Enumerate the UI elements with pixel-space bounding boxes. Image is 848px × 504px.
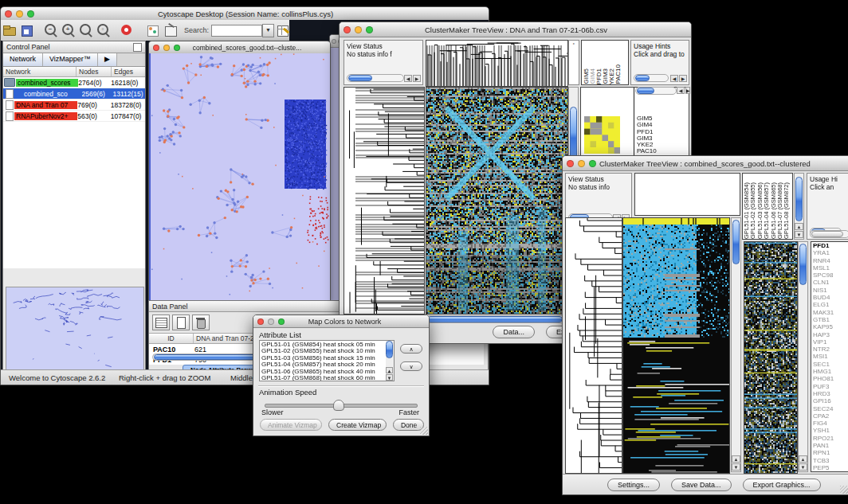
- gene-label[interactable]: ELG1: [813, 301, 848, 308]
- row-label[interactable]: PAC10: [637, 148, 657, 154]
- treeview2-titlebar[interactable]: ClusterMaker TreeView : combined_scores_…: [563, 156, 848, 171]
- tv2-zoom-heatmap[interactable]: [744, 241, 798, 474]
- gene-label[interactable]: PHO81: [813, 375, 848, 382]
- close-icon[interactable]: [344, 26, 351, 33]
- data-col-id[interactable]: ID: [149, 334, 194, 343]
- scroll-down-icon[interactable]: ▼: [799, 463, 807, 471]
- column-label[interactable]: YKE2: [609, 68, 614, 84]
- scroll-left-icon[interactable]: ◀: [670, 75, 678, 82]
- gene-label[interactable]: NIS1: [813, 287, 848, 294]
- attribute-select-icon[interactable]: [152, 315, 170, 330]
- tv1-hints-scrollbar[interactable]: [634, 74, 669, 82]
- new-attribute-icon[interactable]: [172, 315, 190, 330]
- scroll-up-icon[interactable]: ▲: [799, 455, 807, 463]
- col-header-edges[interactable]: Edges: [112, 67, 145, 76]
- slider-thumb[interactable]: [333, 400, 344, 411]
- close-icon[interactable]: [567, 160, 574, 167]
- column-label[interactable]: GIM5: [583, 68, 589, 84]
- gene-label[interactable]: HRD3: [813, 390, 848, 397]
- scroll-down-icon[interactable]: ▼: [795, 231, 803, 238]
- move-down-button[interactable]: ∨: [400, 361, 422, 371]
- column-label[interactable]: GPL51-04 (GSM857): [764, 182, 770, 239]
- zoom-window-icon[interactable]: [366, 26, 373, 33]
- tv2-genes-vscrollbar[interactable]: ▲ ▼: [798, 241, 808, 472]
- minimize-icon[interactable]: [268, 318, 274, 325]
- gene-label[interactable]: CPA2: [813, 412, 848, 420]
- gene-label[interactable]: FIG4: [813, 420, 848, 427]
- scroll-down-icon[interactable]: ▼: [386, 374, 393, 381]
- scroll-up-icon[interactable]: ▲: [795, 223, 803, 230]
- attribute-list-scrollbar[interactable]: ▲ ▼: [386, 341, 394, 381]
- tv2-genes-hscrollbar[interactable]: [810, 230, 848, 238]
- close-icon[interactable]: [5, 10, 12, 18]
- gene-label[interactable]: HAP3: [813, 331, 848, 338]
- zoom-window-icon[interactable]: [27, 10, 34, 18]
- main-titlebar[interactable]: Cytoscape Desktop (Session Name: collins…: [1, 7, 489, 21]
- tab[interactable]: VizMapper™: [43, 53, 98, 66]
- resize-grip[interactable]: [420, 427, 428, 435]
- zoom-in-icon[interactable]: +: [61, 23, 77, 37]
- network-view-titlebar[interactable]: combined_scores_good.txt--cluste...: [149, 41, 330, 54]
- dialog-titlebar[interactable]: Map Colors to Network: [253, 315, 429, 328]
- tab[interactable]: Network: [3, 53, 43, 66]
- search-input[interactable]: [211, 25, 262, 37]
- scroll-up-icon[interactable]: ▲: [386, 367, 393, 373]
- tv2-action-button[interactable]: Export Graphics...: [743, 479, 821, 491]
- zoom-window-icon[interactable]: [589, 160, 596, 167]
- tv2-labels-vscrollbar[interactable]: ▲ ▼: [794, 173, 804, 240]
- search-dropdown-arrow-icon[interactable]: ▼: [262, 24, 274, 37]
- gene-label[interactable]: SPC98: [813, 272, 848, 279]
- gene-label[interactable]: HMG1: [813, 368, 848, 375]
- close-icon[interactable]: [332, 39, 336, 44]
- tab[interactable]: ▶: [98, 53, 117, 66]
- tv2-heatmap[interactable]: [622, 217, 730, 474]
- minimize-icon[interactable]: [355, 26, 362, 33]
- zoom-fit-icon[interactable]: [78, 23, 94, 37]
- col-header-network[interactable]: Network: [3, 67, 77, 76]
- help-ring-icon[interactable]: [120, 23, 135, 37]
- network-row[interactable]: combined_scores 2764(0) 16218(0): [3, 77, 145, 88]
- tv1-action-button[interactable]: Data...: [493, 326, 535, 338]
- zoom-window-icon[interactable]: [174, 45, 180, 51]
- tv2-row-dendrogram[interactable]: [565, 217, 622, 474]
- gene-label[interactable]: PAN1: [813, 442, 848, 449]
- tv1-heatmap[interactable]: [426, 87, 568, 315]
- animation-speed-slider[interactable]: [265, 400, 416, 409]
- zoom-out-icon[interactable]: −: [43, 23, 59, 37]
- gene-label[interactable]: SEC1: [813, 361, 848, 368]
- scroll-left-icon[interactable]: ◀: [404, 75, 412, 82]
- gene-label[interactable]: GPI16: [813, 397, 848, 404]
- tv2-action-button[interactable]: Settings...: [607, 479, 660, 491]
- resize-grip[interactable]: [840, 486, 848, 494]
- gene-label[interactable]: PUF3: [813, 383, 848, 390]
- gene-label[interactable]: KAP95: [813, 323, 848, 330]
- gene-label[interactable]: BUD4: [813, 294, 848, 301]
- tv1-row-dendrogram[interactable]: [344, 87, 425, 315]
- gene-label[interactable]: MSI1: [813, 353, 848, 360]
- gene-label[interactable]: VIP1: [813, 338, 848, 346]
- close-icon[interactable]: [257, 318, 264, 325]
- tv1-mini-matrix[interactable]: [584, 116, 620, 154]
- tv2-vscrollbar[interactable]: ▲ ▼: [731, 217, 741, 472]
- gene-label[interactable]: SEC24: [813, 405, 848, 412]
- network-canvas[interactable]: [149, 53, 330, 300]
- dialog-button[interactable]: Create Vizmap: [328, 419, 387, 431]
- dialog-button[interactable]: Animate Vizmap: [260, 419, 322, 431]
- minimize-icon[interactable]: [16, 10, 23, 18]
- tv1-hscrollbar[interactable]: [426, 315, 567, 323]
- attribute-item[interactable]: GPL51-07 (GSM868) heat shock 60 min: [261, 375, 392, 381]
- column-label[interactable]: GIM3: [603, 68, 608, 84]
- birdseye-view[interactable]: [6, 287, 144, 373]
- column-label[interactable]: GPL51-08 (GSM872): [783, 182, 790, 239]
- gene-label[interactable]: MON2: [813, 471, 848, 472]
- tv1-summary-hscrollbar[interactable]: [635, 87, 677, 95]
- tv2-action-button[interactable]: Save Data...: [671, 479, 732, 491]
- float-panel-icon[interactable]: [133, 43, 142, 52]
- network-row[interactable]: combined_sco 2569(6) 13112(15): [3, 88, 145, 100]
- tv1-status-scrollbar[interactable]: [347, 74, 404, 82]
- gene-label[interactable]: YRA1: [813, 249, 848, 256]
- column-label[interactable]: PFD1: [596, 68, 602, 84]
- treeview1-titlebar[interactable]: ClusterMaker TreeView : DNA and Tran 07-…: [340, 22, 691, 37]
- gene-label[interactable]: NTR2: [813, 346, 848, 353]
- gene-label[interactable]: PFD1: [813, 242, 848, 249]
